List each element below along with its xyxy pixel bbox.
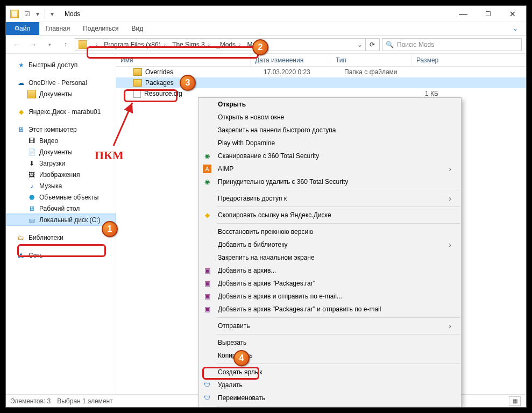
shield-delete-icon: ◉ xyxy=(203,177,211,186)
annotation-badge-4: 4 xyxy=(233,350,250,366)
annotation-label-pkm: ПКМ xyxy=(95,148,124,162)
file-rows: Overrides 17.03.2020 0:23 Папка с файлам… xyxy=(116,67,526,99)
nav-music[interactable]: ♪Музыка xyxy=(6,180,116,191)
minimize-button[interactable]: — xyxy=(451,6,476,22)
ctx-aimp[interactable]: AAIMP› xyxy=(198,162,461,175)
nav-onedrive-docs[interactable]: Документы xyxy=(6,88,116,99)
nav-drive-c[interactable]: 🖴Локальный диск (C:) xyxy=(6,214,116,225)
crumb-0[interactable]: Program Files (x86)› xyxy=(101,39,169,51)
status-count: Элементов: 3 xyxy=(10,397,51,405)
search-placeholder: Поиск: Mods xyxy=(397,41,434,48)
refresh-button[interactable]: ⟳ xyxy=(365,39,378,51)
network-icon: 🖧 xyxy=(17,251,25,260)
ctx-archive-3[interactable]: ▣Добавить в архив и отправить по e-mail.… xyxy=(198,290,461,303)
maximize-button[interactable]: ☐ xyxy=(476,6,500,22)
tab-home[interactable]: Главная xyxy=(39,22,77,35)
address-dropdown-button[interactable]: ⌄ xyxy=(354,41,365,48)
ctx-shortcut[interactable]: Создать ярлык xyxy=(198,366,461,379)
search-input[interactable]: 🔍 Поиск: Mods xyxy=(382,38,522,51)
ctx-open[interactable]: Открыть xyxy=(198,98,461,111)
chevron-right-icon: › xyxy=(449,194,451,203)
ctx-separator xyxy=(217,206,460,207)
nav-3dobjects[interactable]: ⬣Объемные объекты xyxy=(6,191,116,203)
ctx-scan-360[interactable]: ◉Сканирование c 360 Total Security xyxy=(198,149,461,162)
nav-desktop[interactable]: 🖥Рабочий стол xyxy=(6,203,116,214)
folder-icon xyxy=(27,90,36,98)
ctx-open-new-window[interactable]: Открыть в новом окне xyxy=(198,111,461,124)
nav-network[interactable]: 🖧Сеть xyxy=(6,250,116,261)
yadisk-icon: ◆ xyxy=(17,108,25,116)
col-name[interactable]: Имя xyxy=(116,54,251,66)
annotation-badge-3: 3 xyxy=(180,75,196,91)
ribbon-expand-button[interactable]: ⌄ xyxy=(505,22,526,35)
ctx-pin-start[interactable]: Закрепить на начальном экране xyxy=(198,251,461,264)
chevron-right-icon: › xyxy=(449,240,451,249)
view-large-button[interactable]: ▦ xyxy=(509,396,521,406)
nav-forward-button[interactable]: → xyxy=(26,38,40,52)
video-icon: 🎞 xyxy=(27,137,36,145)
drive-icon: 🖴 xyxy=(27,216,36,224)
ctx-archive-4[interactable]: ▣Добавить в архив "Packages.rar" и отпра… xyxy=(198,303,461,316)
nav-pictures[interactable]: 🖼Изображения xyxy=(6,169,116,180)
ctx-play-dopamine[interactable]: Play with Dopamine xyxy=(198,137,461,149)
yadisk-icon: ◆ xyxy=(203,211,211,219)
ctx-separator xyxy=(217,364,460,364)
qat-dropdown2-icon[interactable]: ▾ xyxy=(47,9,57,19)
crumb-1[interactable]: The Sims 3› xyxy=(169,39,213,51)
nav-onedrive[interactable]: ☁OneDrive - Personal xyxy=(6,77,116,88)
folder-icon xyxy=(133,68,142,76)
col-size[interactable]: Размер xyxy=(412,54,526,66)
ctx-archive-2[interactable]: ▣Добавить в архив "Packages.rar" xyxy=(198,277,461,290)
address-bar[interactable]: › Program Files (x86)› The Sims 3› _Mods… xyxy=(75,38,380,51)
ctx-separator xyxy=(217,317,460,318)
nav-video[interactable]: 🎞Видео xyxy=(6,135,116,146)
ctx-separator xyxy=(217,223,460,224)
ctx-cut[interactable]: Вырезать xyxy=(198,336,461,349)
file-row-packages[interactable]: Packages xyxy=(116,77,526,88)
tab-share[interactable]: Поделиться xyxy=(76,22,125,35)
col-type[interactable]: Тип xyxy=(331,54,412,66)
annotation-badge-1: 1 xyxy=(102,221,118,237)
nav-history-button[interactable]: ▾ xyxy=(42,38,56,52)
ctx-force-delete-360[interactable]: ◉Принудительно удалить с 360 Total Secur… xyxy=(198,175,461,188)
ctx-add-library[interactable]: Добавить в библиотеку› xyxy=(198,238,461,251)
ctx-pin-quick-access[interactable]: Закрепить на панели быстрого доступа xyxy=(198,124,461,137)
ctx-grant-access[interactable]: Предоставить доступ к› xyxy=(198,192,461,205)
tab-file[interactable]: Файл xyxy=(6,22,39,35)
nav-quick-access[interactable]: ★Быстрый доступ xyxy=(6,59,116,70)
ctx-send[interactable]: Отправить› xyxy=(198,319,461,332)
shield-uac-icon: 🛡 xyxy=(203,394,211,402)
nav-up-button[interactable]: ↑ xyxy=(59,38,73,52)
crumb-root-chevron[interactable]: › xyxy=(89,39,101,51)
ribbon-tabs: Файл Главная Поделиться Вид ⌄ xyxy=(6,22,526,35)
ctx-rename[interactable]: 🛡Переименовать xyxy=(198,391,461,404)
qat-dropdown-icon[interactable]: ▾ xyxy=(33,9,42,19)
status-selection: Выбран 1 элемент xyxy=(57,397,112,405)
nav-pane[interactable]: ★Быстрый доступ ☁OneDrive - Personal Док… xyxy=(6,54,116,394)
nav-thispc[interactable]: 🖥Этот компьютер xyxy=(6,124,116,135)
nav-back-button[interactable]: ← xyxy=(10,38,24,52)
star-icon: ★ xyxy=(17,61,25,69)
shield-icon: ◉ xyxy=(203,152,211,160)
nav-yadisk[interactable]: ◆Яндекс.Диск - marabu01 xyxy=(6,106,116,117)
cube-icon: ⬣ xyxy=(27,193,36,202)
shield-uac-icon: 🛡 xyxy=(203,381,211,389)
ctx-separator xyxy=(217,334,460,334)
libraries-icon: 🗂 xyxy=(17,233,25,242)
ctx-yadisk-link[interactable]: ◆Скопировать ссылку на Яндекс.Диске xyxy=(198,209,461,222)
window-title: Mods xyxy=(65,10,80,18)
ctx-separator xyxy=(217,406,460,407)
ctx-restore-version[interactable]: Восстановить прежнюю версию xyxy=(198,225,461,238)
nav-libraries[interactable]: 🗂Библиотеки xyxy=(6,232,116,243)
qat-checkbox-icon[interactable]: ☑ xyxy=(22,9,32,19)
col-date[interactable]: Дата изменения xyxy=(251,54,331,66)
ctx-archive-1[interactable]: ▣Добавить в архив... xyxy=(198,264,461,277)
crumb-2[interactable]: _Mods› xyxy=(213,39,244,51)
column-headers[interactable]: Имя Дата изменения Тип Размер xyxy=(116,54,526,67)
pc-icon: 🖥 xyxy=(17,125,25,134)
folder-icon xyxy=(10,10,19,18)
close-button[interactable]: ✕ xyxy=(500,6,525,22)
tab-view[interactable]: Вид xyxy=(125,22,150,35)
file-row-overrides[interactable]: Overrides 17.03.2020 0:23 Папка с файлам… xyxy=(116,67,526,77)
ctx-delete[interactable]: 🛡Удалить xyxy=(198,379,461,391)
